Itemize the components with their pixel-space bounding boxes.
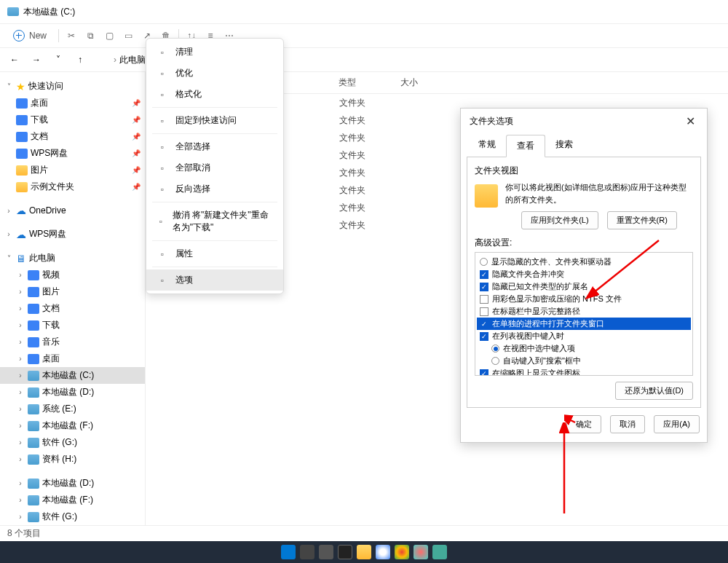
checkbox-icon[interactable]: ✓ [480, 369, 488, 377]
explorer-icon[interactable] [357, 545, 371, 559]
menu-item[interactable]: ▫撤消 将"新建文件夹"重命名为"下载" [146, 205, 283, 238]
checkbox-icon[interactable]: ✓ [480, 332, 488, 341]
menu-item[interactable]: ▫清理 [146, 42, 283, 63]
adv-setting-item[interactable]: ✓隐藏已知文件类型的扩展名 [477, 280, 691, 293]
menu-icon: ▫ [157, 248, 168, 260]
menu-icon: ▫ [157, 162, 168, 174]
cloud-icon: ☁ [16, 229, 26, 240]
copy-icon[interactable]: ⧉ [84, 29, 97, 42]
sidebar-drive[interactable]: ›系统 (E:) [0, 401, 145, 417]
sidebar-item-示例文件夹[interactable]: 示例文件夹📌 [0, 178, 145, 195]
app-icon[interactable] [414, 545, 428, 559]
column-type[interactable]: 类型 [339, 76, 400, 89]
disk-icon [28, 438, 39, 448]
adv-setting-item[interactable]: 在视图中选中键入项 [477, 342, 691, 355]
menu-item[interactable]: ▫反向选择 [146, 178, 283, 200]
cut-icon[interactable]: ✂ [65, 29, 78, 42]
sidebar-drive[interactable]: ›本地磁盘 (F:) [0, 417, 145, 434]
start-icon[interactable] [281, 545, 296, 559]
ok-button[interactable]: 确定 [566, 415, 601, 433]
cancel-button[interactable]: 取消 [610, 415, 645, 433]
chevron-down-icon[interactable]: ˅ [51, 52, 66, 67]
pin-icon: 📌 [132, 183, 141, 191]
menu-item[interactable]: ▫选项 [146, 269, 283, 291]
sidebar-item-文档[interactable]: ›文档 [0, 300, 145, 317]
sidebar-thispc[interactable]: ˅🖥此电脑 [0, 250, 145, 267]
restore-defaults-button[interactable]: 还原为默认值(D) [615, 382, 693, 400]
sidebar-onedrive[interactable]: ›☁OneDrive [0, 202, 145, 218]
pin-icon: 📌 [132, 99, 141, 107]
tab-view[interactable]: 查看 [506, 135, 545, 157]
apply-button[interactable]: 应用(A) [654, 415, 700, 433]
menu-item[interactable]: ▫优化 [146, 63, 283, 84]
tab-search[interactable]: 搜索 [545, 134, 583, 157]
folder-icon [16, 132, 28, 142]
close-button[interactable]: ✕ [683, 114, 698, 128]
sidebar-drive[interactable]: ›本地磁盘 (C:) [0, 367, 145, 384]
sidebar-wps[interactable]: ›☁WPS网盘 [0, 226, 145, 243]
column-size[interactable]: 大小 [400, 76, 444, 89]
taskview-icon[interactable] [319, 545, 333, 559]
sidebar-drive[interactable]: ›本地磁盘 (F:) [0, 492, 145, 508]
tab-general[interactable]: 常规 [468, 134, 506, 157]
taskbar [0, 541, 728, 563]
adv-setting-item[interactable]: 显示隐藏的文件、文件夹和驱动器 [477, 256, 691, 268]
menu-item[interactable]: ▫固定到快速访问 [146, 110, 283, 131]
menu-icon: ▫ [157, 184, 168, 195]
sidebar-drive[interactable]: ›本地磁盘 (D:) [0, 384, 145, 401]
advanced-settings-label: 高级设置: [475, 237, 693, 249]
sidebar-item-图片[interactable]: ›图片 [0, 283, 145, 300]
star-icon: ★ [16, 81, 25, 92]
sidebar-item-桌面[interactable]: ›桌面 [0, 350, 145, 367]
up-button[interactable]: ↑ [73, 52, 87, 67]
forward-button[interactable]: → [29, 52, 44, 67]
checkbox-icon[interactable]: ✓ [480, 270, 488, 279]
radio-icon[interactable] [480, 258, 488, 266]
sidebar-item-下载[interactable]: ›下载 [0, 317, 145, 334]
adv-setting-item[interactable]: ✓在缩略图上显示文件图标 [477, 367, 691, 376]
back-button[interactable]: ← [7, 52, 22, 67]
sidebar-item-桌面[interactable]: 桌面📌 [0, 95, 145, 111]
toolbar: New ✂ ⧉ ▢ ▭ ↗ 🗑 ↑↓ ≡ ⋯ [0, 24, 728, 48]
sidebar-item-图片[interactable]: 图片📌 [0, 162, 145, 178]
sidebar-quick-access[interactable]: ˅★ 快速访问 [0, 78, 145, 95]
radio-icon[interactable] [491, 345, 499, 353]
menu-item[interactable]: ▫全部取消 [146, 157, 283, 178]
sidebar-item-视频[interactable]: ›视频 [0, 267, 145, 283]
sidebar-item-WPS网盘[interactable]: WPS网盘📌 [0, 145, 145, 162]
new-button[interactable]: New [7, 27, 52, 44]
paste-icon[interactable]: ▢ [103, 29, 116, 42]
rename-icon[interactable]: ▭ [122, 29, 135, 42]
adv-setting-item[interactable]: ✓在单独的进程中打开文件夹窗口 [477, 318, 691, 330]
menu-item[interactable]: ▫格式化 [146, 84, 283, 105]
sidebar-drive[interactable]: ›软件 (G:) [0, 434, 145, 451]
sidebar-item-下载[interactable]: 下载📌 [0, 111, 145, 128]
sidebar-drive[interactable]: ›本地磁盘 (D:) [0, 475, 145, 492]
apply-to-folders-button[interactable]: 应用到文件夹(L) [521, 211, 598, 229]
menu-icon: ▫ [157, 115, 168, 127]
sidebar-drive[interactable]: ›软件 (G:) [0, 508, 145, 525]
menu-item[interactable]: ▫属性 [146, 243, 283, 264]
sidebar-item-文档[interactable]: 文档📌 [0, 128, 145, 145]
adv-setting-item[interactable]: 自动键入到"搜索"框中 [477, 355, 691, 367]
search-icon[interactable] [300, 545, 314, 559]
app-icon[interactable] [432, 545, 447, 559]
app-icon[interactable] [395, 545, 409, 559]
sidebar-drive[interactable]: ›资料 (H:) [0, 451, 145, 468]
adv-setting-item[interactable]: ✓在列表视图中键入时 [477, 330, 691, 342]
checkbox-icon[interactable]: ✓ [480, 283, 488, 291]
menu-item[interactable]: ▫全部选择 [146, 136, 283, 157]
chrome-icon[interactable] [376, 545, 390, 559]
adv-setting-item[interactable]: ✓隐藏文件夹合并冲突 [477, 268, 691, 280]
checkbox-icon[interactable] [480, 307, 488, 316]
sidebar-item-音乐[interactable]: ›音乐 [0, 334, 145, 350]
radio-icon[interactable] [491, 357, 499, 365]
advanced-settings-list[interactable]: 显示隐藏的文件、文件夹和驱动器✓隐藏文件夹合并冲突✓隐藏已知文件类型的扩展名用彩… [475, 252, 693, 376]
plus-icon [13, 30, 25, 42]
checkbox-icon[interactable]: ✓ [480, 320, 488, 328]
adv-setting-item[interactable]: 在标题栏中显示完整路径 [477, 305, 691, 318]
checkbox-icon[interactable] [480, 295, 488, 304]
adv-setting-item[interactable]: 用彩色显示加密或压缩的 NTFS 文件 [477, 293, 691, 305]
reset-folders-button[interactable]: 重置文件夹(R) [607, 211, 677, 229]
widgets-icon[interactable] [338, 545, 352, 559]
